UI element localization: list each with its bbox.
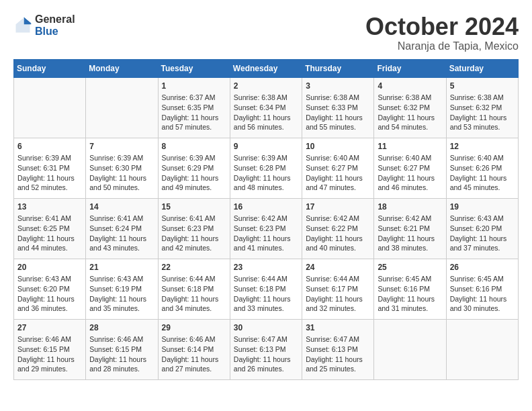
day-number: 15 — [162, 201, 226, 213]
sunrise-text: Sunrise: 6:41 AM — [17, 214, 71, 222]
daylight-text: Daylight: 11 hours and 27 minutes. — [162, 355, 219, 373]
sunrise-text: Sunrise: 6:38 AM — [450, 93, 504, 101]
day-number: 12 — [450, 141, 515, 152]
daylight-text: Daylight: 11 hours and 48 minutes. — [234, 174, 291, 192]
logo: General Blue — [13, 13, 75, 37]
calendar-cell — [374, 319, 446, 379]
calendar-cell: 18Sunrise: 6:42 AMSunset: 6:21 PMDayligh… — [374, 198, 446, 259]
daylight-text: Daylight: 11 hours and 35 minutes. — [89, 295, 146, 313]
sunset-text: Sunset: 6:22 PM — [306, 224, 358, 232]
month-title: October 2024 — [365, 13, 519, 40]
sunrise-text: Sunrise: 6:40 AM — [306, 154, 359, 162]
sunset-text: Sunset: 6:32 PM — [378, 103, 430, 111]
daylight-text: Daylight: 11 hours and 29 minutes. — [17, 355, 75, 373]
day-number: 5 — [450, 81, 515, 92]
calendar-cell: 12Sunrise: 6:40 AMSunset: 6:26 PMDayligh… — [446, 138, 518, 198]
sunset-text: Sunset: 6:19 PM — [89, 285, 142, 293]
calendar-cell: 22Sunrise: 6:44 AMSunset: 6:18 PMDayligh… — [158, 259, 230, 319]
daylight-text: Daylight: 11 hours and 50 minutes. — [89, 174, 146, 192]
calendar-cell: 5Sunrise: 6:38 AMSunset: 6:32 PMDaylight… — [446, 77, 518, 138]
day-number: 23 — [234, 262, 298, 273]
sunset-text: Sunset: 6:27 PM — [306, 164, 358, 172]
daylight-text: Daylight: 11 hours and 55 minutes. — [306, 113, 363, 132]
calendar-week-row: 20Sunrise: 6:43 AMSunset: 6:20 PMDayligh… — [14, 259, 519, 319]
calendar-week-row: 6Sunrise: 6:39 AMSunset: 6:31 PMDaylight… — [14, 138, 519, 198]
sunset-text: Sunset: 6:14 PM — [162, 345, 214, 353]
sunrise-text: Sunrise: 6:47 AM — [306, 335, 359, 343]
calendar-cell: 26Sunrise: 6:45 AMSunset: 6:16 PMDayligh… — [446, 259, 518, 319]
daylight-text: Daylight: 11 hours and 34 minutes. — [162, 295, 219, 313]
daylight-text: Daylight: 11 hours and 40 minutes. — [306, 234, 363, 253]
sunrise-text: Sunrise: 6:39 AM — [162, 154, 216, 162]
calendar-cell: 1Sunrise: 6:37 AMSunset: 6:35 PMDaylight… — [158, 77, 230, 138]
day-number: 26 — [450, 262, 515, 273]
calendar-cell: 20Sunrise: 6:43 AMSunset: 6:20 PMDayligh… — [14, 259, 86, 319]
sunrise-text: Sunrise: 6:39 AM — [234, 154, 287, 162]
day-number: 21 — [89, 262, 154, 273]
calendar-header-row: SundayMondayTuesdayWednesdayThursdayFrid… — [14, 59, 519, 77]
sunrise-text: Sunrise: 6:39 AM — [89, 154, 143, 162]
calendar-week-row: 1Sunrise: 6:37 AMSunset: 6:35 PMDaylight… — [14, 77, 519, 138]
daylight-text: Daylight: 11 hours and 42 minutes. — [162, 234, 219, 253]
column-header-tuesday: Tuesday — [158, 59, 230, 77]
column-header-monday: Monday — [86, 59, 158, 77]
day-number: 20 — [17, 262, 82, 273]
day-number: 17 — [306, 201, 370, 213]
day-number: 16 — [234, 201, 298, 213]
daylight-text: Daylight: 11 hours and 57 minutes. — [162, 113, 219, 132]
calendar-cell: 21Sunrise: 6:43 AMSunset: 6:19 PMDayligh… — [86, 259, 158, 319]
sunset-text: Sunset: 6:15 PM — [17, 345, 70, 353]
calendar-cell: 23Sunrise: 6:44 AMSunset: 6:18 PMDayligh… — [230, 259, 302, 319]
day-number: 10 — [306, 141, 370, 152]
calendar-cell: 24Sunrise: 6:44 AMSunset: 6:17 PMDayligh… — [302, 259, 374, 319]
calendar-cell: 30Sunrise: 6:47 AMSunset: 6:13 PMDayligh… — [230, 319, 302, 379]
sunrise-text: Sunrise: 6:38 AM — [234, 93, 287, 101]
column-header-sunday: Sunday — [14, 59, 86, 77]
sunrise-text: Sunrise: 6:45 AM — [450, 275, 504, 283]
sunset-text: Sunset: 6:28 PM — [234, 164, 286, 172]
sunrise-text: Sunrise: 6:40 AM — [450, 154, 504, 162]
sunset-text: Sunset: 6:13 PM — [234, 345, 286, 353]
calendar-week-row: 27Sunrise: 6:46 AMSunset: 6:15 PMDayligh… — [14, 319, 519, 379]
sunrise-text: Sunrise: 6:44 AM — [306, 275, 359, 283]
calendar-week-row: 13Sunrise: 6:41 AMSunset: 6:25 PMDayligh… — [14, 198, 519, 259]
sunset-text: Sunset: 6:32 PM — [450, 103, 502, 111]
sunset-text: Sunset: 6:21 PM — [378, 224, 430, 232]
column-header-thursday: Thursday — [302, 59, 374, 77]
day-number: 22 — [162, 262, 226, 273]
calendar-cell: 8Sunrise: 6:39 AMSunset: 6:29 PMDaylight… — [158, 138, 230, 198]
sunrise-text: Sunrise: 6:38 AM — [378, 93, 431, 101]
sunrise-text: Sunrise: 6:38 AM — [306, 93, 359, 101]
day-number: 28 — [89, 322, 154, 334]
sunset-text: Sunset: 6:35 PM — [162, 103, 214, 111]
calendar-cell: 15Sunrise: 6:41 AMSunset: 6:23 PMDayligh… — [158, 198, 230, 259]
sunrise-text: Sunrise: 6:37 AM — [162, 93, 216, 101]
daylight-text: Daylight: 11 hours and 30 minutes. — [450, 295, 507, 313]
sunrise-text: Sunrise: 6:46 AM — [162, 335, 216, 343]
logo-icon — [13, 16, 32, 35]
sunset-text: Sunset: 6:16 PM — [378, 285, 430, 293]
day-number: 2 — [234, 81, 298, 92]
daylight-text: Daylight: 11 hours and 28 minutes. — [89, 355, 146, 373]
sunrise-text: Sunrise: 6:45 AM — [378, 275, 431, 283]
calendar-cell: 9Sunrise: 6:39 AMSunset: 6:28 PMDaylight… — [230, 138, 302, 198]
daylight-text: Daylight: 11 hours and 53 minutes. — [450, 113, 507, 132]
daylight-text: Daylight: 11 hours and 56 minutes. — [234, 113, 291, 132]
day-number: 9 — [234, 141, 298, 152]
sunset-text: Sunset: 6:17 PM — [306, 285, 358, 293]
daylight-text: Daylight: 11 hours and 26 minutes. — [234, 355, 291, 373]
logo-blue: Blue — [35, 26, 75, 38]
calendar-cell — [446, 319, 518, 379]
sunset-text: Sunset: 6:26 PM — [450, 164, 502, 172]
calendar-cell: 14Sunrise: 6:41 AMSunset: 6:24 PMDayligh… — [86, 198, 158, 259]
page-header: General Blue October 2024 Naranja de Tap… — [13, 13, 519, 52]
calendar-cell: 28Sunrise: 6:46 AMSunset: 6:15 PMDayligh… — [86, 319, 158, 379]
day-number: 19 — [450, 201, 515, 213]
sunrise-text: Sunrise: 6:40 AM — [378, 154, 431, 162]
sunrise-text: Sunrise: 6:41 AM — [89, 214, 143, 222]
sunrise-text: Sunrise: 6:43 AM — [89, 275, 143, 283]
logo-text: General Blue — [35, 13, 75, 37]
sunset-text: Sunset: 6:15 PM — [89, 345, 142, 353]
daylight-text: Daylight: 11 hours and 41 minutes. — [234, 234, 291, 253]
calendar-cell: 13Sunrise: 6:41 AMSunset: 6:25 PMDayligh… — [14, 198, 86, 259]
